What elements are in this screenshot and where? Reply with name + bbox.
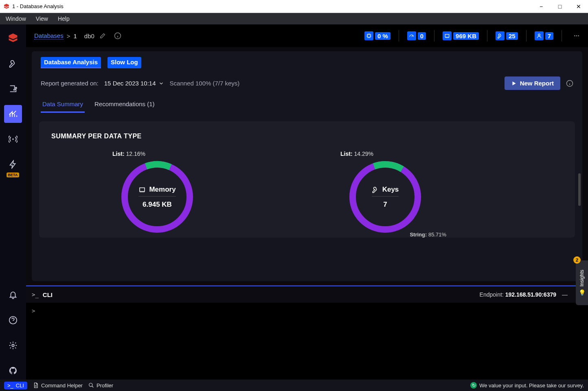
- sidebar-key-browser[interactable]: [4, 55, 22, 72]
- help-icon: [9, 316, 18, 325]
- breadcrumb: Databases > 1 db0: [34, 32, 121, 39]
- key-count-icon: [496, 31, 505, 40]
- menu-view[interactable]: View: [33, 15, 51, 23]
- svg-rect-13: [140, 188, 145, 191]
- statusbar-command-helper[interactable]: Command Helper: [33, 382, 83, 389]
- sidebar-pubsub[interactable]: [4, 130, 22, 148]
- insights-label: Insights: [579, 270, 585, 286]
- tab-slow-log[interactable]: Slow Log: [108, 57, 141, 68]
- cli-minimize-button[interactable]: —: [560, 291, 569, 298]
- svg-point-7: [574, 35, 575, 37]
- memory-icon: [443, 31, 452, 40]
- edit-name-icon[interactable]: [99, 33, 106, 39]
- window-controls: − □ ✕: [532, 0, 588, 13]
- maximize-button[interactable]: □: [551, 0, 569, 13]
- chart-keys-value: 7: [383, 201, 387, 209]
- stat-keys-value: 25: [506, 32, 518, 40]
- statusbar-profiler[interactable]: Profiler: [88, 382, 113, 389]
- stat-memory[interactable]: 969 KB: [443, 31, 479, 40]
- subtab-data-summary[interactable]: Data Summary: [41, 98, 85, 113]
- sidebar-workbench[interactable]: [4, 80, 22, 98]
- cli-endpoint: Endpoint: 192.168.51.90:6379: [480, 291, 556, 298]
- redis-logo-icon: [7, 33, 19, 44]
- stat-throughput-value: 0: [418, 32, 426, 40]
- topbar-overflow-icon[interactable]: [573, 33, 580, 39]
- stat-users-value: 7: [545, 32, 553, 40]
- report-date-dropdown[interactable]: 15 Dec 2023 10:14: [104, 80, 164, 87]
- survey-status-icon: ↻: [470, 382, 477, 389]
- stat-users[interactable]: 7: [535, 31, 553, 40]
- cli-body[interactable]: >: [26, 303, 588, 380]
- search-icon: [88, 382, 94, 388]
- report-info-icon[interactable]: [566, 80, 573, 87]
- chart-memory: List: 12.16% Memory: [51, 156, 263, 238]
- sidebar: BETA: [0, 24, 26, 380]
- svg-point-6: [538, 34, 540, 36]
- breadcrumb-sep: >: [67, 33, 70, 39]
- key-small-icon: [372, 186, 379, 193]
- edit-file-icon: [9, 84, 18, 93]
- stat-cpu-value: 0 %: [375, 32, 391, 40]
- bell-icon: [9, 291, 18, 299]
- svg-point-16: [89, 383, 92, 387]
- stat-throughput[interactable]: 0: [407, 31, 426, 40]
- github-icon: [9, 366, 18, 375]
- play-icon: [511, 81, 517, 86]
- analysis-tabs: Database Analysis Slow Log: [39, 57, 575, 72]
- analytics-icon: [9, 109, 18, 118]
- insights-side-tab[interactable]: 2 Insights 💡: [576, 260, 588, 305]
- sidebar-github[interactable]: [4, 362, 22, 380]
- topbar: Databases > 1 db0 0 %: [26, 24, 588, 47]
- doc-icon: [33, 382, 39, 388]
- summary-card: SUMMARY PER DATA TYPE List: 12.16%: [39, 121, 575, 238]
- window-titlebar: 1 - Database Analysis − □ ✕: [0, 0, 588, 13]
- sidebar-triggers[interactable]: BETA: [4, 155, 22, 173]
- app-logo-icon: [3, 3, 10, 10]
- menu-window[interactable]: Window: [2, 15, 29, 23]
- user-icon: [535, 31, 544, 40]
- report-scanned-text: Scanned 100% (7/7 keys): [170, 80, 240, 87]
- sidebar-settings[interactable]: [4, 336, 22, 354]
- minimize-button[interactable]: −: [532, 0, 551, 13]
- close-button[interactable]: ✕: [569, 0, 588, 13]
- new-report-button[interactable]: New Report: [505, 76, 560, 90]
- breadcrumb-index: 1: [73, 33, 77, 39]
- statusbar-survey[interactable]: ↻ We value your input. Please take our s…: [470, 382, 584, 389]
- breadcrumb-databases-link[interactable]: Databases: [34, 32, 64, 39]
- stat-cpu[interactable]: 0 %: [364, 31, 391, 40]
- sidebar-analysis[interactable]: [4, 105, 22, 123]
- beta-badge: BETA: [7, 173, 20, 177]
- cpu-icon: [364, 31, 373, 40]
- summary-title: SUMMARY PER DATA TYPE: [51, 133, 563, 140]
- svg-point-9: [578, 35, 579, 37]
- chart-memory-value: 6.945 KB: [143, 201, 172, 209]
- chart-keys-title: Keys: [382, 186, 399, 194]
- db-info-icon[interactable]: [114, 32, 121, 39]
- chevron-down-icon: [158, 81, 164, 86]
- scrollbar-thumb[interactable]: [578, 173, 581, 206]
- sidebar-logo[interactable]: [4, 29, 22, 47]
- chart-keys: List: 14.29% Keys 7: [279, 156, 491, 238]
- report-info-row: Report generated on: 15 Dec 2023 10:14 S…: [39, 72, 575, 96]
- cli-panel: >_ CLI Endpoint: 192.168.51.90:6379 — ✕ …: [26, 285, 588, 380]
- report-generated-label: Report generated on:: [41, 80, 99, 87]
- stat-keys[interactable]: 25: [496, 31, 518, 40]
- svg-point-8: [576, 35, 577, 37]
- memory-chip-icon: [138, 186, 146, 193]
- statusbar-cli[interactable]: >_CLI: [4, 382, 27, 389]
- key-icon: [9, 59, 18, 68]
- stat-memory-value: 969 KB: [453, 32, 479, 40]
- cli-header: >_ CLI Endpoint: 192.168.51.90:6379 — ✕: [26, 286, 588, 303]
- sidebar-notifications[interactable]: [4, 286, 22, 304]
- svg-rect-4: [367, 35, 370, 37]
- gear-icon: [9, 341, 18, 350]
- chart-memory-title: Memory: [149, 186, 176, 194]
- tab-database-analysis[interactable]: Database Analysis: [41, 57, 101, 68]
- menu-help[interactable]: Help: [55, 15, 73, 23]
- main-panel: Database Analysis Slow Log Report genera…: [32, 51, 582, 281]
- sidebar-help[interactable]: [4, 311, 22, 329]
- chart-keys-legend-bottom: String: 85.71%: [410, 232, 446, 238]
- cli-prompt-line: >: [32, 308, 582, 314]
- subtab-recommendations[interactable]: Recommendations (1): [93, 98, 156, 113]
- menu-bar: Window View Help: [0, 13, 588, 24]
